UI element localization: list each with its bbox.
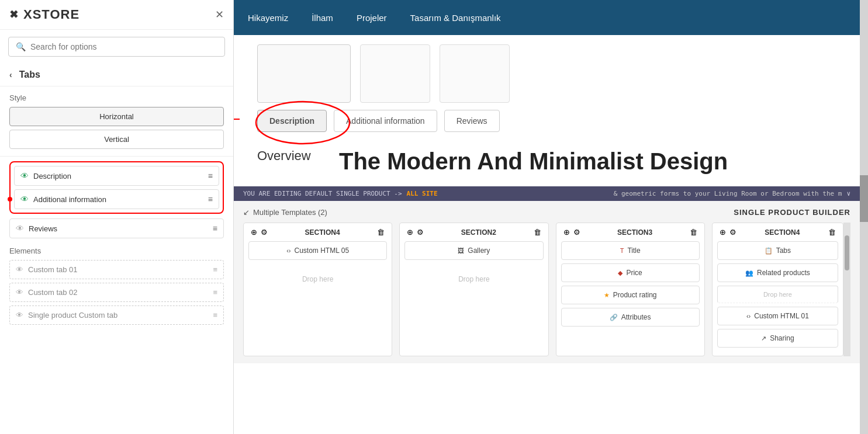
tab-item-reviews-wrapper: 👁 Reviews ≡ [9,218,224,238]
drop-zone-section2[interactable]: Drop here [404,263,543,295]
builder-area: ↙ Multiple Templates (2) SINGLE PRODUCT … [234,201,860,363]
nav-item-hikayemiz[interactable]: Hikayemiz [248,8,288,27]
tab-buttons-row: Description Additional information Revie… [257,110,836,132]
overview-title: The Modern And Minimalist Design [339,148,836,175]
widget-price[interactable]: ◆ Price [561,263,700,282]
preview-area: Description Additional information Revie… [234,35,860,434]
page-scrollbar[interactable] [860,0,868,434]
gear-icon-section4a[interactable]: ⚙ [261,228,268,237]
tab-btn-additional[interactable]: Additional information [334,110,437,132]
style-buttons: Horizontal Vertical [9,107,224,149]
tab-label-reviews: Reviews [29,224,213,233]
widget-sharing[interactable]: ↗ Sharing [717,329,838,348]
drag-icon-description[interactable]: ≡ [208,171,213,180]
drag-icon-reviews[interactable]: ≡ [213,224,217,233]
single-custom-tab-label: Single product Custom tab [28,311,213,320]
trash-icon-section4b[interactable]: 🗑 [828,228,836,237]
sharing-icon: ↗ [761,335,766,342]
logo-text: XSTORE [23,7,79,22]
single-product-builder-label: SINGLE PRODUCT BUILDER [734,208,850,217]
section-controls-section4b: ⊕ ⚙ [720,228,736,237]
related-products-icon: 👥 [745,269,753,277]
overflow-text: & geometric forms to your Living Room or… [614,190,842,197]
product-image-thumb1 [360,44,430,103]
tab-label-description: Description [33,172,208,180]
gear-icon-section3[interactable]: ⚙ [573,228,580,237]
move-icon-section4b[interactable]: ⊕ [720,228,726,237]
widget-attributes[interactable]: 🔗 Attributes [561,308,700,327]
drag-icon-custom-01[interactable]: ≡ [213,265,217,274]
widget-product-rating[interactable]: ★ Product rating [561,286,700,304]
widget-tabs[interactable]: 📋 Tabs [717,241,838,260]
widget-label-custom-html-01: Custom HTML 01 [754,312,809,320]
nav-item-projeler[interactable]: Projeler [357,8,387,27]
element-item-custom-tab-01: 👁 Custom tab 01 ≡ [9,260,224,279]
gear-icon-section4b[interactable]: ⚙ [729,228,736,237]
title-icon: T [620,247,624,254]
tab-items-highlighted-group: 👁 Description ≡ 👁 Additional information… [9,161,224,214]
product-image-row [234,35,860,107]
section-col-header-section2: ⊕ ⚙ SECTION2 🗑 [404,228,543,237]
tab-item-reviews: 👁 Reviews ≡ [9,218,224,238]
move-icon-section3[interactable]: ⊕ [563,228,570,237]
nav-item-tasarim[interactable]: Tasarım & Danışmanlık [410,8,501,27]
sidebar: ✖ XSTORE ✕ 🔍 ‹ Tabs Style Horizontal Ver… [0,0,234,434]
editing-bar: YOU ARE EDITING DEFAULT SINGLE PRODUCT -… [234,186,860,201]
move-icon-section2[interactable]: ⊕ [407,228,413,237]
multiple-templates-toggle[interactable]: ↙ Multiple Templates (2) [243,208,327,217]
drag-icon-single-custom[interactable]: ≡ [213,311,217,320]
sidebar-logo: ✖ XSTORE [9,7,79,22]
drop-zone-between[interactable]: Drop here [717,286,838,303]
section-col-section3: ⊕ ⚙ SECTION3 🗑 T Title ◆ Price [556,223,705,356]
section-title-section4b: SECTION4 [736,228,828,237]
search-box[interactable]: 🔍 [8,37,225,57]
templates-icon: ↙ [243,208,250,217]
section-col-header-section4a: ⊕ ⚙ SECTION4 🗑 [248,228,387,237]
widget-gallery[interactable]: 🖼 Gallery [404,241,543,260]
tab-label-additional: Additional information [33,195,208,204]
widget-label-custom-html-05: Custom HTML 05 [294,246,349,255]
widget-label-title: Title [627,246,640,255]
eye-icon-reviews: 👁 [16,224,24,233]
widget-related-products[interactable]: 👥 Related products [717,263,838,282]
builder-header: ↙ Multiple Templates (2) SINGLE PRODUCT … [243,208,850,217]
tab-btn-reviews[interactable]: Reviews [444,110,500,132]
gallery-icon: 🖼 [458,247,464,254]
style-vertical[interactable]: Vertical [9,130,224,149]
collapse-icon[interactable]: ∨ [846,190,850,197]
trash-icon-section4a[interactable]: 🗑 [377,228,385,237]
tab-btn-description[interactable]: Description [257,110,327,132]
widget-title[interactable]: T Title [561,241,700,260]
widget-label-attributes: Attributes [621,313,651,321]
widget-custom-html-01[interactable]: ‹› Custom HTML 01 [717,307,838,325]
sidebar-header: ✖ XSTORE ✕ [0,0,233,30]
trash-icon-section3[interactable]: 🗑 [690,228,697,237]
nav-item-ilham[interactable]: İlham [312,8,333,27]
tabs-icon: 📋 [765,247,773,255]
drop-zone-section4a[interactable]: Drop here [248,263,387,295]
product-image-thumb2 [440,44,510,103]
custom-tab-01-label: Custom tab 01 [28,265,213,274]
custom-html-01-icon: ‹› [746,313,751,320]
section-scrollbar[interactable] [843,223,850,356]
search-input[interactable] [30,42,217,51]
section-controls-section2: ⊕ ⚙ [407,228,424,237]
move-icon-section4a[interactable]: ⊕ [251,228,257,237]
editing-bar-all-site: ALL SITE [407,190,438,197]
widget-custom-html-05[interactable]: ‹› Custom HTML 05 [248,241,387,260]
back-arrow[interactable]: ‹ [9,70,12,79]
widget-label-sharing: Sharing [770,334,794,342]
drag-icon-custom-02[interactable]: ≡ [213,288,217,297]
star-icon: ★ [604,291,610,299]
trash-icon-section2[interactable]: 🗑 [534,228,541,237]
section-title-section4a: SECTION4 [268,228,377,237]
custom-html-icon-section4a: ‹› [286,247,291,254]
gear-icon-section2[interactable]: ⚙ [417,228,424,237]
sections-grid: ⊕ ⚙ SECTION4 🗑 ‹› Custom HTML 05 Drop he… [243,223,850,356]
style-horizontal[interactable]: Horizontal [9,107,224,126]
main-content: Hikayemiz İlham Projeler Tasarım & Danış… [234,0,860,434]
close-button[interactable]: ✕ [215,8,224,21]
builder-left: ↙ Multiple Templates (2) SINGLE PRODUCT … [234,201,860,363]
multiple-templates-label: Multiple Templates (2) [253,208,327,217]
drag-icon-additional[interactable]: ≡ [208,195,213,204]
